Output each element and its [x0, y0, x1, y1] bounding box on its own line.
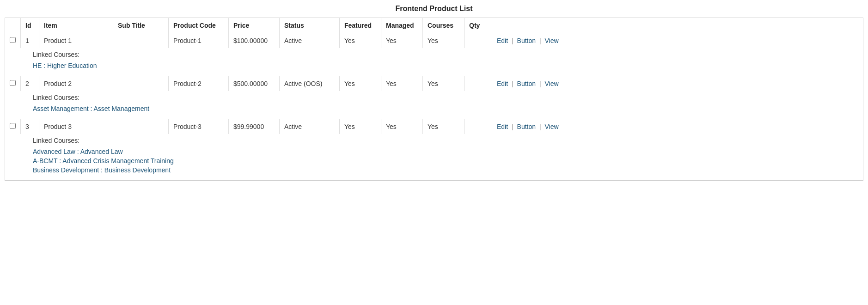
- button-link[interactable]: Button: [517, 37, 536, 44]
- row-actions: Edit | Button | View: [492, 33, 863, 49]
- header-actions: [492, 18, 863, 33]
- row-courses: Yes: [423, 33, 465, 49]
- row-checkbox-cell: [5, 76, 21, 92]
- detail-row: Linked Courses:Asset Management : Asset …: [5, 91, 863, 119]
- course-item: A-BCMT : Advanced Crisis Management Trai…: [33, 157, 858, 165]
- page-title: Frontend Product List: [5, 5, 863, 13]
- table-row: 2 Product 2 Product-2 $500.00000 Active …: [5, 76, 863, 92]
- separator: |: [538, 123, 543, 130]
- header-price: Price: [229, 18, 280, 33]
- row-checkbox-cell: [5, 119, 21, 134]
- button-link[interactable]: Button: [517, 80, 536, 87]
- header-id: Id: [21, 18, 39, 33]
- row-item: Product 1: [39, 33, 113, 49]
- row-item: Product 2: [39, 76, 113, 92]
- header-product-code: Product Code: [169, 18, 229, 33]
- row-managed: Yes: [381, 119, 423, 134]
- separator: |: [538, 80, 543, 87]
- action-links: Edit | Button | View: [497, 123, 559, 130]
- row-price: $100.00000: [229, 33, 280, 49]
- header-courses: Courses: [423, 18, 465, 33]
- row-actions: Edit | Button | View: [492, 76, 863, 92]
- edit-link[interactable]: Edit: [497, 123, 508, 130]
- separator: |: [538, 37, 543, 44]
- course-item: HE : Higher Education: [33, 62, 858, 69]
- view-link[interactable]: View: [544, 37, 558, 44]
- detail-row: Linked Courses:HE : Higher Education: [5, 48, 863, 76]
- row-item: Product 3: [39, 119, 113, 134]
- header-subtitle: Sub Title: [113, 18, 169, 33]
- row-id: 3: [21, 119, 39, 134]
- row-price: $99.99000: [229, 119, 280, 134]
- header-item: Item: [39, 18, 113, 33]
- header-featured: Featured: [340, 18, 381, 33]
- table-row: 3 Product 3 Product-3 $99.99000 Active Y…: [5, 119, 863, 134]
- separator: |: [510, 80, 515, 87]
- edit-link[interactable]: Edit: [497, 37, 508, 44]
- detail-cell: Linked Courses:HE : Higher Education: [5, 48, 863, 76]
- row-checkbox-cell: [5, 33, 21, 49]
- action-links: Edit | Button | View: [497, 80, 559, 87]
- row-price: $500.00000: [229, 76, 280, 92]
- row-qty: [465, 33, 492, 49]
- row-product-code: Product-3: [169, 119, 229, 134]
- row-qty: [465, 76, 492, 92]
- row-status: Active: [280, 119, 340, 134]
- view-link[interactable]: View: [544, 80, 558, 87]
- table-header-row: Id Item Sub Title Product Code Price Sta…: [5, 18, 863, 33]
- row-subtitle: [113, 76, 169, 92]
- header-qty: Qty: [465, 18, 492, 33]
- row-featured: Yes: [340, 33, 381, 49]
- header-checkbox: [5, 18, 21, 33]
- header-managed: Managed: [381, 18, 423, 33]
- row-product-code: Product-1: [169, 33, 229, 49]
- row-id: 2: [21, 76, 39, 92]
- row-featured: Yes: [340, 119, 381, 134]
- separator: |: [510, 37, 515, 44]
- detail-cell: Linked Courses:Advanced Law : Advanced L…: [5, 134, 863, 180]
- button-link[interactable]: Button: [517, 123, 536, 130]
- row-courses: Yes: [423, 76, 465, 92]
- detail-cell: Linked Courses:Asset Management : Asset …: [5, 91, 863, 119]
- course-item: Business Development : Business Developm…: [33, 166, 858, 174]
- header-status: Status: [280, 18, 340, 33]
- row-courses: Yes: [423, 119, 465, 134]
- linked-courses-label: Linked Courses:: [33, 94, 858, 101]
- row-checkbox[interactable]: [10, 80, 16, 86]
- row-subtitle: [113, 119, 169, 134]
- row-id: 1: [21, 33, 39, 49]
- row-status: Active: [280, 33, 340, 49]
- row-subtitle: [113, 33, 169, 49]
- view-link[interactable]: View: [544, 123, 558, 130]
- row-managed: Yes: [381, 76, 423, 92]
- row-status: Active (OOS): [280, 76, 340, 92]
- action-links: Edit | Button | View: [497, 37, 559, 44]
- row-qty: [465, 119, 492, 134]
- product-table-container: Id Item Sub Title Product Code Price Sta…: [5, 18, 863, 181]
- row-product-code: Product-2: [169, 76, 229, 92]
- table-row: 1 Product 1 Product-1 $100.00000 Active …: [5, 33, 863, 49]
- row-checkbox[interactable]: [10, 37, 16, 43]
- row-actions: Edit | Button | View: [492, 119, 863, 134]
- row-checkbox[interactable]: [10, 123, 16, 129]
- detail-row: Linked Courses:Advanced Law : Advanced L…: [5, 134, 863, 180]
- linked-courses-label: Linked Courses:: [33, 137, 858, 144]
- row-featured: Yes: [340, 76, 381, 92]
- product-table: Id Item Sub Title Product Code Price Sta…: [5, 18, 863, 180]
- row-managed: Yes: [381, 33, 423, 49]
- separator: |: [510, 123, 515, 130]
- course-item: Advanced Law : Advanced Law: [33, 148, 858, 155]
- edit-link[interactable]: Edit: [497, 80, 508, 87]
- linked-courses-label: Linked Courses:: [33, 51, 858, 58]
- course-item: Asset Management : Asset Management: [33, 105, 858, 112]
